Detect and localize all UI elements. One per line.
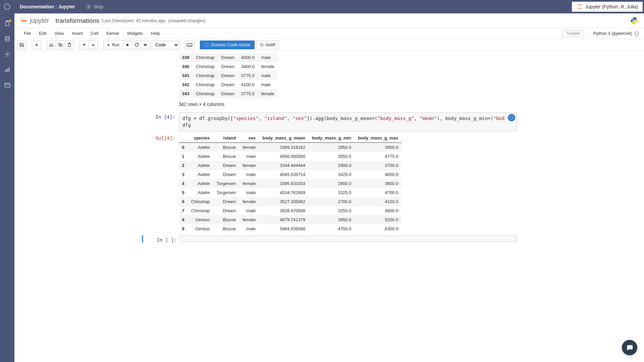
stop-workspace-button[interactable]: Stop — [80, 0, 109, 13]
stop-label: Stop — [94, 4, 103, 9]
app-top-bar: Documentation : Jupyter Stop Jupyter (Py… — [0, 0, 644, 13]
environment-tab[interactable]: Jupyter (Python, R, Julia) — [572, 2, 643, 12]
stop-icon — [86, 4, 91, 9]
platform-logo-icon[interactable] — [0, 0, 14, 13]
breadcrumb: Documentation : Jupyter — [14, 4, 80, 9]
environment-tab-label: Jupyter (Python, R, Julia) — [585, 4, 638, 9]
svg-point-0 — [4, 4, 10, 10]
jupyter-icon — [577, 4, 583, 10]
